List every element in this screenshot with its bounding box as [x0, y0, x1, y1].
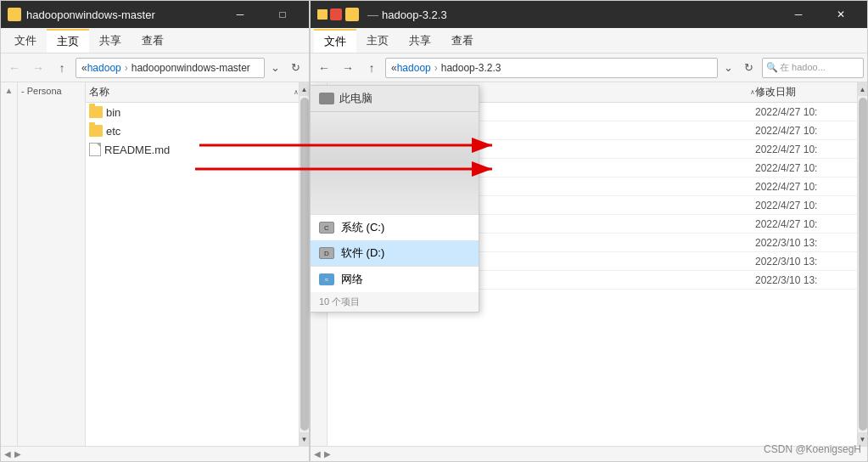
d-drive-icon: D — [319, 247, 334, 259]
right-col-date-header[interactable]: 修改日期 — [755, 85, 857, 99]
minimize-button-left[interactable]: ─ — [221, 1, 260, 28]
right-forward-button[interactable]: → — [338, 58, 358, 78]
left-forward-button[interactable]: → — [28, 58, 48, 78]
right-title-text: hadoop-3.2.3 — [382, 8, 779, 21]
c-drive-label: 系统 (C:) — [341, 220, 384, 235]
left-title-text: hadooponwindows-master — [26, 8, 221, 21]
left-tab-share[interactable]: 共享 — [89, 30, 132, 52]
right-search-box[interactable]: 🔍 在 hadoo... — [762, 58, 864, 78]
file-date-license: 2022/3/10 13: — [755, 237, 857, 249]
scroll-thumb[interactable] — [300, 98, 309, 431]
c-drive-icon: C — [319, 222, 334, 234]
right-ribbon: 文件 主页 共享 查看 — [311, 28, 867, 54]
left-tab-view[interactable]: 查看 — [132, 30, 174, 52]
left-title-icon — [8, 8, 21, 21]
left-bottom-left-arrow[interactable]: ◀ — [4, 449, 11, 459]
right-title-sep: — — [367, 8, 378, 21]
left-breadcrumb-current: hadooponwindows-master — [132, 62, 250, 74]
right-scroll-thumb[interactable] — [859, 98, 867, 431]
right-tab-file[interactable]: 文件 — [314, 29, 356, 53]
right-scrollbar[interactable]: ▲ ▼ — [857, 82, 867, 446]
right-bottom-right-arrow[interactable]: ▶ — [324, 449, 331, 459]
maximize-button-left[interactable]: □ — [263, 1, 302, 28]
sidebar-persona-item[interactable]: - Persona — [18, 82, 85, 99]
left-nav-panel: ▲ — [1, 82, 18, 446]
right-breadcrumb-dropdown[interactable]: ⌄ — [721, 58, 735, 78]
left-col-header: 名称 ∧ — [86, 82, 299, 103]
watermark: CSDN @KoenigsegH — [764, 443, 861, 455]
left-file-area: ▲ - Persona 名称 ∧ bin — [1, 82, 309, 446]
right-refresh-button[interactable]: ↻ — [738, 58, 759, 78]
right-title-icon — [345, 8, 359, 21]
left-bottom-right-arrow[interactable]: ▶ — [14, 449, 21, 459]
list-item[interactable]: bin — [86, 103, 299, 121]
file-date-notice: 2022/3/10 13: — [755, 256, 857, 268]
close-button-right[interactable]: ✕ — [821, 1, 860, 28]
right-pin-icon — [317, 9, 328, 20]
right-scroll-up[interactable]: ▲ — [858, 82, 868, 96]
dropdown-item-c-drive[interactable]: C 系统 (C:) — [311, 215, 479, 240]
scroll-up-button[interactable]: ▲ — [300, 82, 310, 96]
left-breadcrumb-icon: « — [81, 62, 87, 74]
right-win-controls: ─ ✕ — [779, 1, 860, 28]
search-placeholder: 在 hadoo... — [780, 61, 826, 74]
right-tab-home[interactable]: 主页 — [356, 30, 399, 52]
right-breadcrumb-icon: « — [391, 62, 397, 74]
dropdown-item-count: 10 个项目 — [311, 292, 479, 312]
left-ribbon: 文件 主页 共享 查看 — [1, 28, 309, 54]
left-sidebar-panel: - Persona — [18, 82, 86, 446]
file-date-include: 2022/4/27 10: — [755, 144, 857, 155]
dropdown-header-label: 此电脑 — [339, 91, 372, 106]
file-name-readme: README.md — [104, 144, 170, 156]
d-drive-label: 软件 (D:) — [341, 245, 384, 261]
dropdown-item-network[interactable]: ≈ 网络 — [311, 267, 479, 292]
right-bottom-left-arrow[interactable]: ◀ — [314, 449, 321, 459]
dropdown-item-d-drive[interactable]: D 软件 (D:) — [311, 240, 479, 266]
dropdown-header: 此电脑 — [311, 86, 479, 112]
file-name-etc: etc — [106, 125, 120, 138]
file-name-bin: bin — [106, 106, 120, 119]
left-nav-arrow-up[interactable]: ▲ — [5, 86, 14, 95]
left-up-button[interactable]: ↑ — [52, 58, 72, 78]
left-tab-home[interactable]: 主页 — [47, 29, 89, 53]
left-breadcrumb: « hadoop › hadooponwindows-master — [76, 58, 265, 78]
scroll-down-button[interactable]: ▼ — [300, 432, 310, 446]
left-address-bar: ← → ↑ « hadoop › hadooponwindows-master … — [1, 54, 309, 82]
computer-icon — [319, 93, 334, 104]
left-bottom-bar: ◀ ▶ — [1, 446, 309, 461]
left-refresh-button[interactable]: ↻ — [285, 58, 305, 78]
minimize-button-right[interactable]: ─ — [779, 1, 818, 28]
left-scrollbar[interactable]: ▲ ▼ — [299, 82, 309, 446]
left-title-bar: hadooponwindows-master ─ □ — [1, 1, 309, 28]
right-title-icon-red — [330, 8, 342, 20]
left-back-button[interactable]: ← — [4, 58, 25, 78]
left-breadcrumb-dropdown[interactable]: ⌄ — [268, 58, 282, 78]
right-tab-share[interactable]: 共享 — [399, 30, 441, 52]
list-item[interactable]: etc — [86, 121, 299, 140]
sidebar-persona-label: - Persona — [21, 86, 62, 96]
file-icon — [89, 143, 101, 156]
right-breadcrumb: « hadoop › hadoop-3.2.3 — [385, 58, 718, 78]
left-win-controls: ─ □ — [221, 1, 302, 28]
right-title-bar: — hadoop-3.2.3 ─ ✕ — [311, 1, 867, 28]
right-breadcrumb-hadoop[interactable]: hadoop — [397, 62, 431, 74]
network-icon: ≈ — [319, 273, 334, 285]
left-col-name-header[interactable]: 名称 — [86, 85, 294, 99]
left-breadcrumb-hadoop[interactable]: hadoop — [87, 62, 121, 74]
list-item[interactable]: README.md — [86, 140, 299, 159]
right-back-button[interactable]: ← — [314, 58, 334, 78]
file-date-etc: 2022/4/27 10: — [755, 125, 857, 137]
right-tab-view[interactable]: 查看 — [441, 30, 484, 52]
file-date-share: 2022/4/27 10: — [755, 218, 857, 230]
left-file-explorer: hadooponwindows-master ─ □ 文件 主页 共享 查看 ←… — [0, 0, 310, 462]
this-pc-dropdown: 此电脑 C 系统 (C:) D 软件 (D:) ≈ 网络 10 个项目 — [310, 85, 479, 313]
right-up-button[interactable]: ↑ — [361, 58, 382, 78]
file-date-sbin: 2022/4/27 10: — [755, 200, 857, 211]
search-icon: 🔍 — [766, 62, 778, 73]
file-date-readme-txt: 2022/3/10 13: — [755, 274, 857, 286]
left-tab-file[interactable]: 文件 — [4, 30, 47, 52]
file-date-bin: 2022/4/27 10: — [755, 106, 857, 118]
folder-icon — [89, 106, 103, 118]
file-date-lib: 2022/4/27 10: — [755, 162, 857, 174]
right-breadcrumb-current: hadoop-3.2.3 — [441, 62, 501, 74]
